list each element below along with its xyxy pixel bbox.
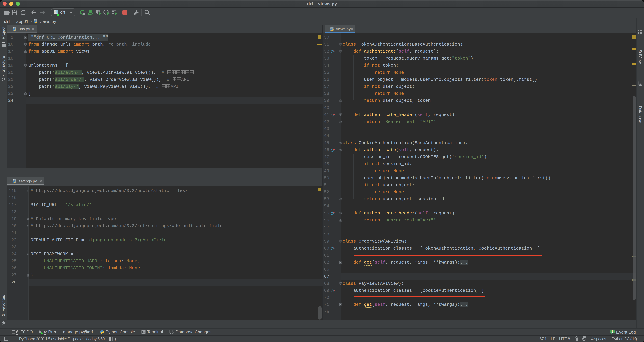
svg-text:1: 1 <box>612 330 613 333</box>
